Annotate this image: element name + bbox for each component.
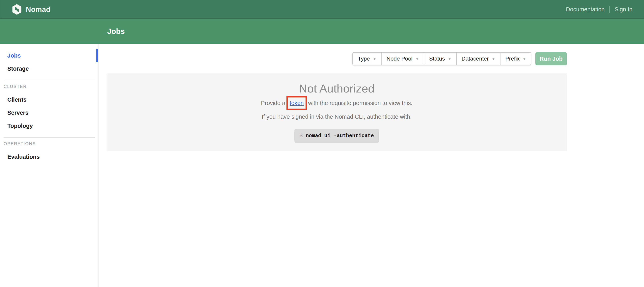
topbar-links: Documentation Sign In	[566, 6, 632, 13]
not-authorized-title: Not Authorized	[106, 74, 567, 95]
filter-label: Type	[358, 56, 370, 62]
sidebar-section-operations: OPERATIONS	[0, 141, 98, 146]
main-content: Type ▼ Node Pool ▼ Status ▼ Datacenter ▼…	[99, 44, 644, 287]
filter-type-dropdown[interactable]: Type ▼	[352, 52, 382, 65]
nomad-logo-icon	[12, 4, 22, 15]
page-title: Jobs	[107, 27, 125, 36]
filter-label: Node Pool	[386, 56, 412, 62]
sidebar-divider	[4, 137, 95, 138]
message-prefix: Provide a	[261, 100, 286, 106]
filter-label: Status	[429, 56, 445, 62]
code-prompt: $	[300, 133, 303, 139]
cli-message: If you have signed in via the Nomad CLI,…	[106, 114, 567, 120]
message-suffix: with the requisite permission to view th…	[308, 100, 412, 106]
filter-label: Prefix	[506, 56, 520, 62]
cli-code-block: $ nomad ui -authenticate	[294, 129, 379, 143]
code-command: nomad ui -authenticate	[306, 133, 374, 139]
sidebar-item-label: Storage	[7, 66, 29, 72]
sidebar-item-servers[interactable]: Servers	[0, 106, 98, 119]
sign-in-link[interactable]: Sign In	[614, 6, 632, 13]
filter-prefix-dropdown[interactable]: Prefix ▼	[500, 52, 531, 65]
filter-label: Datacenter	[462, 56, 489, 62]
sidebar-item-label: Jobs	[7, 52, 21, 59]
documentation-link[interactable]: Documentation	[566, 6, 605, 13]
filter-group: Type ▼ Node Pool ▼ Status ▼ Datacenter ▼…	[352, 52, 531, 65]
chevron-down-icon: ▼	[448, 57, 451, 61]
top-navbar: Nomad Documentation Sign In	[0, 0, 644, 19]
chevron-down-icon: ▼	[373, 57, 376, 61]
sidebar: Jobs Storage CLUSTER Clients Servers Top…	[0, 44, 98, 287]
sidebar-item-label: Evaluations	[7, 154, 40, 160]
filter-status-dropdown[interactable]: Status ▼	[424, 52, 456, 65]
token-link[interactable]: token	[290, 100, 304, 106]
sidebar-item-jobs[interactable]: Jobs	[0, 49, 98, 62]
sidebar-item-storage[interactable]: Storage	[0, 62, 98, 75]
page-header: Jobs	[0, 19, 644, 44]
filter-node-pool-dropdown[interactable]: Node Pool ▼	[381, 52, 424, 65]
filter-datacenter-dropdown[interactable]: Datacenter ▼	[456, 52, 500, 65]
annotation-highlight: token	[286, 96, 307, 110]
brand-name: Nomad	[26, 5, 50, 14]
sidebar-item-label: Topology	[7, 123, 33, 129]
chevron-down-icon: ▼	[416, 57, 419, 61]
topbar-separator	[610, 6, 610, 13]
sidebar-item-label: Clients	[7, 96, 26, 103]
sidebar-divider	[4, 80, 95, 80]
token-message: Provide atokenwith the requisite permiss…	[106, 100, 567, 106]
chevron-down-icon: ▼	[523, 57, 526, 61]
sidebar-item-label: Servers	[7, 110, 28, 116]
run-job-button[interactable]: Run Job	[536, 52, 567, 65]
chevron-down-icon: ▼	[492, 57, 495, 61]
active-indicator	[96, 49, 98, 62]
jobs-toolbar: Type ▼ Node Pool ▼ Status ▼ Datacenter ▼…	[106, 52, 567, 65]
sidebar-item-clients[interactable]: Clients	[0, 93, 98, 106]
nomad-brand[interactable]: Nomad	[12, 4, 50, 15]
sidebar-item-topology[interactable]: Topology	[0, 119, 98, 132]
sidebar-section-cluster: CLUSTER	[0, 84, 98, 89]
not-authorized-panel: Not Authorized Provide atokenwith the re…	[106, 74, 567, 151]
sidebar-item-evaluations[interactable]: Evaluations	[0, 150, 98, 163]
